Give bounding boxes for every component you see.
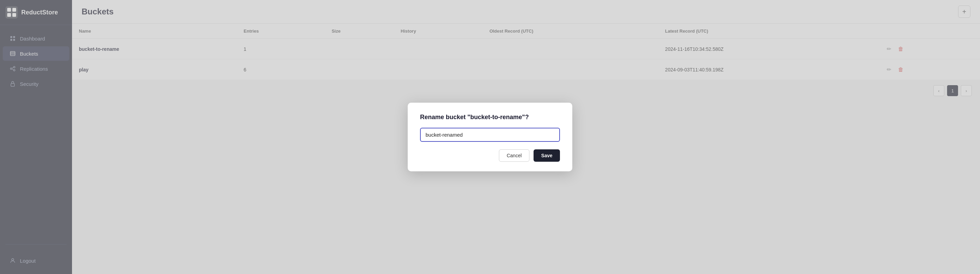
- rename-modal: Rename bucket "bucket-to-rename"? Cancel…: [408, 103, 572, 171]
- modal-title: Rename bucket "bucket-to-rename"?: [420, 114, 560, 121]
- cancel-button[interactable]: Cancel: [499, 149, 530, 162]
- modal-actions: Cancel Save: [420, 149, 560, 162]
- save-button[interactable]: Save: [533, 149, 560, 162]
- rename-input[interactable]: [420, 128, 560, 142]
- modal-overlay: Rename bucket "bucket-to-rename"? Cancel…: [0, 0, 980, 274]
